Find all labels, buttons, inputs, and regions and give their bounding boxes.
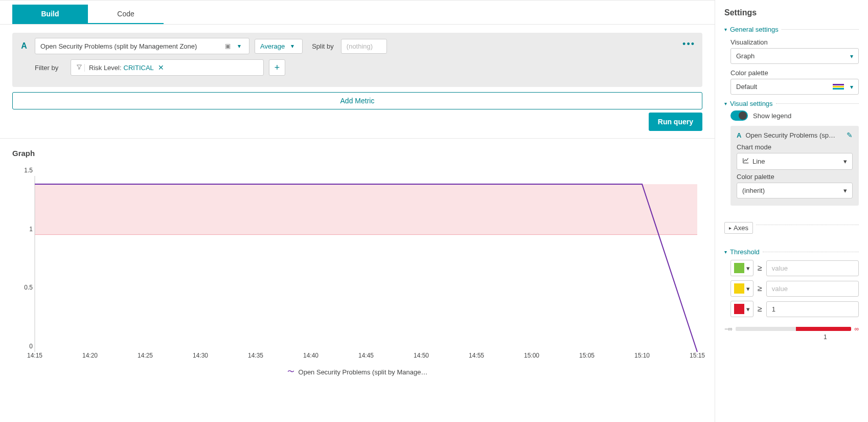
threshold-row-yellow: ▾ ≥ value <box>730 280 859 297</box>
metric-name: Open Security Problems (split by Managem… <box>40 42 221 50</box>
x-tick-label: 14:45 <box>358 352 374 359</box>
show-legend-label: Show legend <box>753 112 791 120</box>
range-track <box>736 327 852 331</box>
legend-label: Open Security Problems (split by Manage… <box>299 368 428 376</box>
graph-title: Graph <box>12 149 702 158</box>
neg-infinity-label: −∞ <box>724 325 733 332</box>
color-swatch-red <box>734 304 744 314</box>
threshold-row-red: ▾ ≥ 1 <box>730 301 859 317</box>
chevron-down-icon: ▾ <box>843 187 847 194</box>
query-builder: A Open Security Problems (split by Manag… <box>12 33 702 87</box>
section-label: Threshold <box>730 248 760 256</box>
splitby-input[interactable]: (nothing) <box>341 39 387 54</box>
threshold-color-picker[interactable]: ▾ <box>730 280 753 297</box>
remove-filter-icon[interactable]: ✕ <box>158 63 164 72</box>
color-swatch-yellow <box>734 283 744 294</box>
y-tick-label: 1.5 <box>24 167 33 174</box>
tab-build[interactable]: Build <box>12 5 88 24</box>
x-tick-label: 15:15 <box>690 352 705 359</box>
chevron-down-icon[interactable]: ▾ <box>235 42 244 50</box>
graph-area: Graph 00.511.5 14:1514:2014:2514:3014:35… <box>0 139 715 422</box>
metric-info-icon[interactable]: ▣ <box>225 42 231 50</box>
chart-mode-value: Line <box>752 158 765 165</box>
series-card: A Open Security Problems (sp… ✎ Chart mo… <box>730 126 859 206</box>
threshold-value-input[interactable]: value <box>766 281 859 297</box>
chevron-down-icon: ▾ <box>746 264 750 272</box>
range-tick-label: 1 <box>792 334 859 341</box>
section-label: Visual settings <box>730 100 773 107</box>
color-swatch-green <box>734 263 744 273</box>
threshold-value-input[interactable]: value <box>766 260 859 276</box>
line-chart-icon <box>742 157 749 166</box>
chart-svg <box>12 168 702 362</box>
chevron-down-icon: ▾ <box>850 83 853 91</box>
chart-mode-select[interactable]: Line ▾ <box>737 153 853 170</box>
gte-icon: ≥ <box>758 263 762 273</box>
threshold-value-input[interactable]: 1 <box>766 301 859 317</box>
aggregation-value: Average <box>260 42 285 50</box>
chevron-right-icon: ▸ <box>729 225 732 231</box>
chevron-down-icon: ▾ <box>746 285 750 293</box>
threshold-color-picker[interactable]: ▾ <box>730 260 753 276</box>
filter-icon <box>74 64 85 72</box>
section-threshold[interactable]: ▾ Threshold <box>724 248 859 256</box>
chevron-down-icon: ▾ <box>724 249 727 255</box>
section-visual-settings[interactable]: ▾ Visual settings <box>724 100 859 107</box>
series-palette-select[interactable]: (inherit) ▾ <box>737 183 853 198</box>
x-tick-label: 15:05 <box>579 352 595 359</box>
x-tick-label: 14:20 <box>82 352 98 359</box>
section-axes[interactable]: ▸ Axes <box>724 222 753 234</box>
run-query-button[interactable]: Run query <box>649 113 702 131</box>
threshold-row-green: ▾ ≥ value <box>730 260 859 276</box>
tab-code[interactable]: Code <box>88 5 164 24</box>
pos-infinity-label: ∞ <box>854 325 859 332</box>
series-badge: A <box>737 131 741 139</box>
svg-rect-0 <box>35 184 697 235</box>
chevron-down-icon: ▾ <box>850 53 853 60</box>
metric-selector[interactable]: Open Security Problems (split by Managem… <box>35 38 249 54</box>
section-general-settings[interactable]: ▾ General settings <box>724 26 859 33</box>
y-tick-label: 0.5 <box>24 284 33 291</box>
mode-tabs: Build Code <box>0 5 715 25</box>
add-metric-button[interactable]: Add Metric <box>12 92 702 109</box>
y-tick-label: 1 <box>29 226 33 233</box>
settings-panel: Settings ▾ General settings Visualizatio… <box>715 0 868 422</box>
threshold-range-bar: −∞ ∞ 1 <box>724 325 859 341</box>
x-tick-label: 15:00 <box>524 352 539 359</box>
gte-icon: ≥ <box>758 304 762 314</box>
chevron-down-icon: ▾ <box>843 158 847 165</box>
palette-label: Color palette <box>730 69 859 77</box>
filter-value: CRITICAL <box>124 64 154 72</box>
x-tick-label: 14:55 <box>469 352 484 359</box>
chevron-down-icon: ▾ <box>746 305 750 313</box>
threshold-color-picker[interactable]: ▾ <box>730 301 753 317</box>
gte-icon: ≥ <box>758 284 762 293</box>
series-palette-value: (inherit) <box>742 187 765 194</box>
filter-chip: Risk Level: CRITICAL ✕ <box>89 63 164 72</box>
x-tick-label: 14:50 <box>414 352 429 359</box>
y-tick-label: 0 <box>29 343 33 350</box>
palette-select[interactable]: Default ▾ <box>730 79 859 95</box>
palette-value: Default <box>736 83 757 91</box>
x-tick-label: 14:25 <box>138 352 153 359</box>
palette-swatch-icon <box>833 84 844 90</box>
filter-input[interactable]: Risk Level: CRITICAL ✕ <box>71 59 264 76</box>
section-label: General settings <box>730 26 779 33</box>
add-filter-button[interactable]: + <box>269 59 285 76</box>
x-tick-label: 14:30 <box>193 352 208 359</box>
edit-series-icon[interactable]: ✎ <box>847 131 853 139</box>
filterby-label: Filter by <box>18 64 65 72</box>
visualization-select[interactable]: Graph ▾ <box>730 48 859 64</box>
visualization-value: Graph <box>736 52 755 60</box>
chart-legend: 〜 Open Security Problems (split by Manag… <box>12 367 702 376</box>
aggregation-select[interactable]: Average ▾ <box>255 39 303 54</box>
x-tick-label: 14:40 <box>303 352 318 359</box>
legend-line-icon: 〜 <box>287 367 294 376</box>
visualization-label: Visualization <box>730 38 859 46</box>
settings-title: Settings <box>724 8 859 17</box>
show-legend-toggle[interactable] <box>730 110 748 121</box>
query-more-icon[interactable]: ••• <box>682 39 695 50</box>
axes-label: Axes <box>734 224 748 232</box>
x-tick-label: 14:15 <box>27 352 42 359</box>
filter-key: Risk Level: <box>89 64 122 72</box>
